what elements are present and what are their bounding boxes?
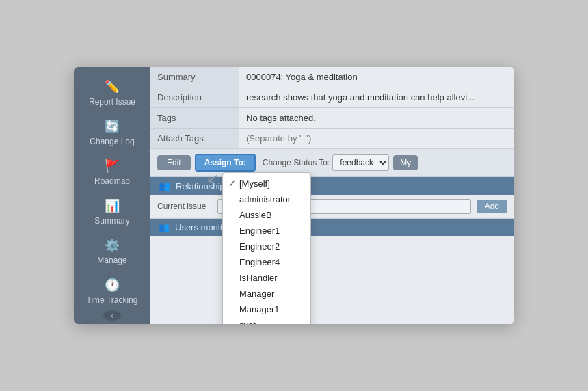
sidebar-item-summary[interactable]: 📊 Summary bbox=[74, 191, 150, 231]
change-log-icon: 🔄 bbox=[105, 119, 120, 134]
dropdown-item-engineer4[interactable]: Engineer4 bbox=[223, 254, 310, 270]
form-value-tags: No tags attached. bbox=[239, 108, 514, 128]
sidebar: ✏️ Report Issue 🔄 Change Log 🚩 Roadmap 📊… bbox=[74, 67, 150, 324]
my-button[interactable]: My bbox=[393, 155, 418, 170]
relationship-row: Current issue Add bbox=[150, 195, 514, 219]
dropdown-item-ishandler[interactable]: IsHandler bbox=[223, 270, 310, 286]
sidebar-item-label: Manage bbox=[97, 256, 126, 265]
time-tracking-icon: 🕐 bbox=[105, 278, 120, 293]
summary-icon: 📊 bbox=[105, 198, 120, 213]
dropdown-item-engineer1[interactable]: Engineer1 bbox=[223, 223, 310, 239]
sidebar-item-label: Roadmap bbox=[94, 176, 130, 186]
change-status-label: Change Status To: bbox=[263, 158, 330, 167]
add-button[interactable]: Add bbox=[477, 200, 507, 213]
relationships-icon: 👥 bbox=[159, 180, 170, 191]
form-label-tags: Tags bbox=[150, 108, 239, 128]
sidebar-item-report-issue[interactable]: ✏️ Report Issue bbox=[74, 72, 150, 112]
form-value-description: research shows that yoga and meditation … bbox=[239, 87, 514, 107]
toolbar-row: Edit Assign To: ↙ Change Status To: feed… bbox=[150, 149, 514, 177]
form-row-attach-tags: Attach Tags bbox=[150, 129, 514, 149]
roadmap-icon: 🚩 bbox=[105, 159, 120, 174]
sidebar-item-time-tracking[interactable]: 🕐 Time Tracking bbox=[74, 271, 150, 310]
collapse-icon: ‹ bbox=[111, 310, 113, 321]
sidebar-item-label: Summary bbox=[94, 216, 129, 226]
dropdown-item-manager[interactable]: Manager bbox=[223, 286, 310, 301]
dropdown-item-engineer2[interactable]: Engineer2 bbox=[223, 239, 310, 254]
users-monitor-section-header: 👥 Users monitoritor bbox=[150, 219, 514, 236]
form-row-summary: Summary 0000074: Yoga & meditation bbox=[150, 67, 514, 87]
assign-to-button[interactable]: Assign To: bbox=[195, 154, 256, 172]
form-label-description: Description bbox=[150, 87, 239, 107]
dropdown-item-aussieb[interactable]: AussieB bbox=[223, 207, 310, 223]
dropdown-item-svet[interactable]: svet bbox=[223, 317, 310, 324]
assign-dropdown: [Myself] administrator AussieB Engineer1… bbox=[222, 172, 311, 324]
form-area: Summary 0000074: Yoga & meditation Descr… bbox=[150, 67, 514, 149]
dropdown-item-administrator[interactable]: administrator bbox=[223, 191, 310, 207]
content-area: Summary 0000074: Yoga & meditation Descr… bbox=[150, 67, 514, 324]
dropdown-item-myself[interactable]: [Myself] bbox=[223, 176, 310, 191]
manage-icon: ⚙️ bbox=[105, 238, 120, 253]
attach-tags-input[interactable] bbox=[246, 133, 507, 144]
relationships-section-label: Relationships bbox=[176, 181, 229, 191]
form-row-description: Description research shows that yoga and… bbox=[150, 87, 514, 108]
sidebar-item-manage[interactable]: ⚙️ Manage bbox=[74, 231, 150, 271]
form-value-attach-tags[interactable] bbox=[239, 129, 514, 148]
report-issue-icon: ✏️ bbox=[105, 79, 120, 94]
sidebar-item-change-log[interactable]: 🔄 Change Log bbox=[74, 112, 150, 152]
form-label-summary: Summary bbox=[150, 67, 239, 87]
users-monitor-icon: 👥 bbox=[159, 222, 170, 232]
sidebar-item-label: Report Issue bbox=[89, 97, 135, 107]
status-select[interactable]: feedback new assigned resolved closed bbox=[332, 154, 389, 171]
sidebar-item-label: Change Log bbox=[90, 137, 134, 146]
sidebar-item-roadmap[interactable]: 🚩 Roadmap bbox=[74, 152, 150, 191]
main-window: ✏️ Report Issue 🔄 Change Log 🚩 Roadmap 📊… bbox=[74, 67, 514, 324]
form-value-summary: 0000074: Yoga & meditation bbox=[239, 67, 514, 87]
assign-to-label: Assign To: bbox=[204, 158, 246, 167]
dropdown-item-manager1[interactable]: Manager1 bbox=[223, 301, 310, 317]
edit-button[interactable]: Edit bbox=[157, 155, 191, 170]
current-issue-label: Current issue bbox=[157, 202, 212, 211]
status-select-wrapper: Change Status To: feedback new assigned … bbox=[263, 154, 390, 171]
form-row-tags: Tags No tags attached. bbox=[150, 108, 514, 129]
form-label-attach-tags: Attach Tags bbox=[150, 129, 239, 148]
sidebar-item-label: Time Tracking bbox=[87, 295, 138, 305]
sidebar-collapse-button[interactable]: ‹ bbox=[103, 310, 121, 321]
